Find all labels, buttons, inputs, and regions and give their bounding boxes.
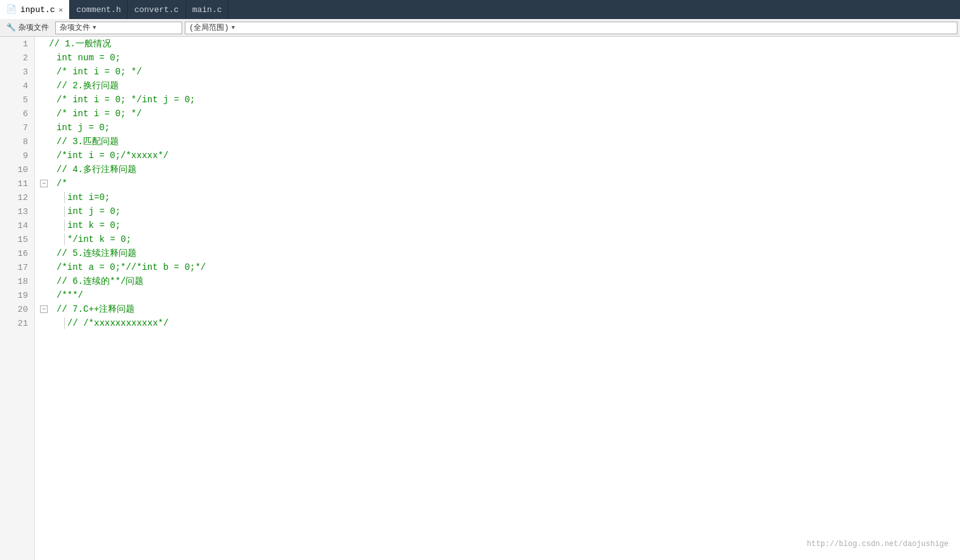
tab-input-c[interactable]: 📄 input.c ✕ — [0, 0, 70, 19]
line-number: 14 — [0, 218, 34, 232]
code-area: 123456789101112131415161718192021 // 1.一… — [0, 37, 960, 560]
scope-dropdown[interactable]: (全局范围) ▼ — [185, 22, 957, 34]
code-text-span: // 4.多行注释问题 — [57, 163, 137, 177]
code-line: int k = 0; — [40, 218, 960, 232]
code-text-span: /*int a = 0;*//*int b = 0;*/ — [57, 260, 206, 274]
code-line: /***/ — [40, 288, 960, 302]
code-line: // 5.连续注释问题 — [40, 246, 960, 260]
block-indent-bar — [64, 206, 65, 217]
code-text-span: // 3.匹配问题 — [57, 135, 119, 149]
file-type-label: 杂项文件 — [18, 22, 49, 33]
block-indent-bar — [64, 317, 65, 329]
line-number: 3 — [0, 65, 34, 79]
toolbar: 🔧 杂项文件 杂项文件 ▼ (全局范围) ▼ — [0, 19, 960, 37]
line-number: 10 — [0, 163, 34, 177]
line-number: 4 — [0, 79, 34, 93]
code-content[interactable]: // 1.一般情况int num = 0;/* int i = 0; */// … — [35, 37, 960, 560]
code-line: int j = 0; — [40, 204, 960, 218]
fold-collapse-icon[interactable]: − — [40, 180, 48, 187]
code-line: /* int i = 0; */ — [40, 65, 960, 79]
file-type-dropdown[interactable]: 杂项文件 ▼ — [55, 22, 182, 34]
line-number: 17 — [0, 260, 34, 274]
code-text-span: int num = 0; — [57, 51, 121, 65]
scope-dropdown-arrow-icon: ▼ — [231, 25, 234, 31]
tab-label: main.c — [192, 5, 222, 15]
line-number: 5 — [0, 93, 34, 107]
line-number: 9 — [0, 149, 34, 163]
code-line: int j = 0; — [40, 121, 960, 135]
code-text-span: /* int i = 0; */ — [57, 107, 142, 121]
code-text-span: /* — [57, 177, 67, 190]
block-indent-bar — [64, 234, 65, 245]
code-line: int i=0; — [40, 190, 960, 204]
tab-label: convert.c — [134, 5, 178, 15]
line-number: 18 — [0, 274, 34, 288]
code-line: */int k = 0; — [40, 232, 960, 246]
line-number: 11 — [0, 177, 34, 190]
line-number: 1 — [0, 37, 34, 51]
line-number: 16 — [0, 246, 34, 260]
file-type-icon: 🔧 — [6, 23, 16, 32]
file-type-selector[interactable]: 🔧 杂项文件 — [3, 21, 53, 34]
code-text-span: // 5.连续注释问题 — [57, 246, 137, 260]
code-text-span: int j = 0; — [57, 121, 110, 135]
block-indent-bar — [64, 220, 65, 231]
code-line: /*int a = 0;*//*int b = 0;*/ — [40, 260, 960, 274]
tab-label: input.c — [20, 5, 55, 15]
tab-comment-h[interactable]: comment.h — [70, 0, 128, 19]
code-text-span: // 1.一般情况 — [49, 37, 111, 51]
block-indent-bar — [64, 192, 65, 203]
code-text-span: // /*xxxxxxxxxxxx*/ — [67, 316, 169, 330]
line-number: 15 — [0, 232, 34, 246]
line-number: 6 — [0, 107, 34, 121]
code-line: −/* — [40, 177, 960, 190]
code-line: // 4.多行注释问题 — [40, 163, 960, 177]
tab-convert-c[interactable]: convert.c — [128, 0, 185, 19]
line-number: 21 — [0, 316, 34, 330]
code-text-span: */int k = 0; — [67, 232, 131, 246]
code-line: /*int i = 0;/*xxxxx*/ — [40, 149, 960, 163]
code-line: −// 7.C++注释问题 — [40, 302, 960, 316]
code-text-span: int j = 0; — [67, 204, 121, 218]
code-line: // 2.换行问题 — [40, 79, 960, 93]
line-number: 12 — [0, 190, 34, 204]
code-text-span: int i=0; — [67, 190, 110, 204]
file-type-value: 杂项文件 — [60, 22, 90, 33]
line-number: 8 — [0, 135, 34, 149]
line-number: 20 — [0, 302, 34, 316]
code-line: // 6.连续的**/问题 — [40, 274, 960, 288]
code-text-span: /* int i = 0; */ — [57, 65, 142, 79]
code-text-span: /*int i = 0;/*xxxxx*/ — [57, 149, 168, 163]
tab-bar: 📄 input.c ✕ comment.h convert.c main.c — [0, 0, 960, 19]
line-numbers: 123456789101112131415161718192021 — [0, 37, 35, 560]
code-text-span: // 6.连续的**/问题 — [57, 274, 143, 288]
code-line: // /*xxxxxxxxxxxx*/ — [40, 316, 960, 330]
line-number: 19 — [0, 288, 34, 302]
dropdown-arrow-icon: ▼ — [93, 25, 96, 31]
scope-value: (全局范围) — [189, 22, 229, 33]
tab-close-button[interactable]: ✕ — [59, 6, 63, 14]
code-line: // 1.一般情况 — [40, 37, 960, 51]
tab-label: comment.h — [76, 5, 121, 15]
fold-collapse-icon[interactable]: − — [40, 305, 48, 313]
code-line: int num = 0; — [40, 51, 960, 65]
code-line: // 3.匹配问题 — [40, 135, 960, 149]
code-text-span: // 2.换行问题 — [57, 79, 119, 93]
code-line: /* int i = 0; */int j = 0; — [40, 93, 960, 107]
line-number: 7 — [0, 121, 34, 135]
code-text-span: // 7.C++注释问题 — [57, 302, 135, 316]
code-text-span: int k = 0; — [67, 218, 121, 232]
tab-file-icon: 📄 — [6, 4, 17, 15]
code-text-span: /***/ — [57, 288, 83, 302]
code-line: /* int i = 0; */ — [40, 107, 960, 121]
code-text-span: /* int i = 0; */int j = 0; — [57, 93, 195, 107]
line-number: 13 — [0, 204, 34, 218]
tab-main-c[interactable]: main.c — [186, 0, 229, 19]
line-number: 2 — [0, 51, 34, 65]
